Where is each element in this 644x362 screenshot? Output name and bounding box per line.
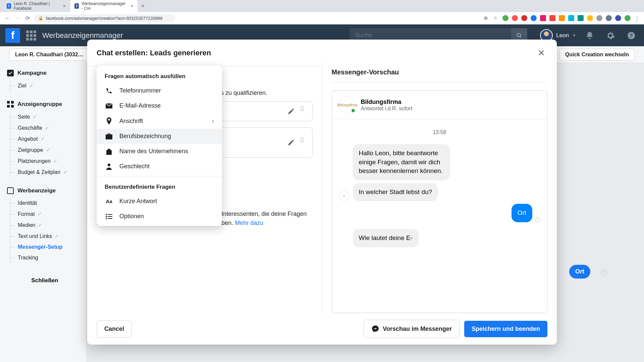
svg-point-10 [108,164,110,166]
svg-rect-5 [7,101,10,104]
close-button[interactable]: Schließen [7,273,83,288]
learn-more-link[interactable]: Mehr dazu [235,220,263,226]
modal-right-col: Messenger-Vorschau Bildungsfirma Bildung… [322,62,557,313]
online-dot-icon [351,108,356,113]
messenger-icon [371,325,379,333]
ext-icon[interactable] [540,15,546,21]
message-bubble: Wie lautet deine E- [353,229,419,247]
product-title: Werbeanzeigenmanager [42,31,123,40]
edit-icon[interactable] [287,108,295,115]
sidebar-item[interactable]: Tracking [10,252,83,263]
modal-title: Chat erstellen: Leads generieren [97,49,211,57]
ext-icon[interactable] [615,15,621,21]
sidebar-item[interactable]: Zielgruppe✓ [10,144,83,156]
popover-item-phone[interactable]: Telefonnummer [97,83,222,98]
check-icon: ✓ [38,211,42,217]
ext-icon[interactable] [578,15,584,21]
apps-grid-icon[interactable] [26,31,36,41]
ext-icon[interactable] [531,15,537,21]
modal-footer: Cancel Vorschau im Messenger Speichern u… [87,313,557,345]
sidebar-item-messenger-setup[interactable]: Messenger-Setup [10,242,83,252]
notifications-icon[interactable] [582,28,597,43]
browser-tab-2[interactable]: f Werbeanzeigenmanager - Cre × [70,0,138,13]
browser-tab-1[interactable]: f Leon R. Chaudhari | Facebook × [3,0,70,13]
sidebar-section-campaign[interactable]: Kampagne [7,69,83,77]
location-icon [105,117,113,125]
save-button[interactable]: Speichern und beenden [464,321,547,337]
message-row: Wie lautet deine E- [339,229,541,247]
forward-icon: → [14,15,21,21]
ext-icon[interactable] [512,15,518,21]
message-bubble: In welcher Stadt lebst du? [353,183,438,201]
popover-item-job[interactable]: Berufsbezeichnung [97,129,222,144]
check-icon: ✓ [38,222,42,228]
sidebar-item[interactable]: Medien✓ [10,220,83,231]
new-tab-button[interactable]: + [138,1,148,11]
drag-handle-icon[interactable]: ⠿ [300,108,306,115]
ad-icon [7,187,14,194]
help-icon[interactable]: ? [624,28,639,43]
popover-item-short-answer[interactable]: Aa Kurze Antwort [97,194,222,209]
ext-icon[interactable] [606,15,612,21]
search-icon [516,33,522,39]
close-tab-icon[interactable]: × [63,3,66,9]
sidebar-section-ad[interactable]: Werbeanzeige [7,187,83,194]
check-icon: ✓ [53,158,58,164]
ext-icon[interactable] [596,15,602,21]
sidebar-item[interactable]: Budget & Zeitplan✓ [10,167,83,178]
svg-rect-12 [108,214,112,215]
popover-item-gender[interactable]: Geschlecht [97,159,222,174]
preview-in-messenger-button[interactable]: Vorschau im Messenger [364,320,460,338]
building-icon [105,148,113,155]
lock-icon: 🔒 [38,16,43,20]
reload-icon[interactable]: ⟳ [24,15,31,21]
ext-icon[interactable] [587,15,593,21]
sidebar-item[interactable]: Angebot✓ [10,133,83,144]
seen-indicator-icon [535,217,540,222]
search-input[interactable] [350,32,511,39]
svg-rect-14 [108,216,112,217]
cancel-button[interactable]: Cancel [97,320,132,338]
ort-pill[interactable]: Ort [569,265,590,279]
brand-subtitle: Antwortet i.d.R. sofort [361,106,413,112]
messenger-preview: Bildungsfirma Bildungsfirma Antwortet i.… [332,90,548,313]
ext-icon[interactable] [568,15,574,21]
menu-icon[interactable]: ⋮ [634,15,640,21]
popover-item-company[interactable]: Name des Unternehmens [97,144,222,159]
sidebar-item[interactable]: Identität [10,198,83,208]
back-icon[interactable]: ← [4,15,11,21]
edit-icon[interactable] [287,139,295,146]
sidebar-item[interactable]: Seite✓ [10,111,83,122]
sidebar-item-ziel[interactable]: Ziel✓ [10,80,83,91]
brand-name: Bildungsfirma [361,99,413,106]
drag-handle-icon[interactable]: ⠿ [300,139,306,146]
account-selector[interactable]: Leon R. Chaudhari (3032… [9,49,89,61]
preview-title: Messenger-Vorschau [332,62,548,82]
quick-creation-button[interactable]: Quick Creation wechseln [559,49,635,61]
sidebar-item[interactable]: Format✓ [10,208,83,220]
zoom-icon[interactable]: ⊕ [484,15,490,21]
facebook-logo[interactable]: f [5,28,20,43]
address-bar[interactable]: 🔒 facebook.com/adsmanager/creation?act=3… [34,14,175,22]
popover-item-options[interactable]: Optionen [97,209,222,224]
ext-icon[interactable] [559,15,565,21]
settings-icon[interactable] [603,28,618,43]
sidebar-item[interactable]: Text und Links✓ [10,231,83,242]
sidebar-section-adset[interactable]: Anzeigengruppe [7,101,83,108]
ext-icon[interactable] [521,15,527,21]
sidebar-item[interactable]: Platzierungen✓ [10,156,83,167]
person-icon [105,163,113,170]
user-reply-bubble: Ort [512,204,532,222]
close-modal-button[interactable]: ✕ [535,47,547,59]
check-icon: ✓ [55,233,59,239]
ext-icon[interactable] [502,15,508,21]
profile-icon[interactable] [625,15,631,21]
ext-icon[interactable] [549,15,555,21]
sidebar-item[interactable]: Geschäfte✓ [10,122,83,133]
close-tab-icon[interactable]: × [131,3,133,9]
star-icon[interactable]: ☆ [493,15,499,21]
check-icon: ✓ [29,82,34,89]
brand-avatar-small: B [339,190,350,201]
popover-item-email[interactable]: E-Mail-Adresse [97,98,222,113]
popover-item-address[interactable]: Anschrift › [97,113,222,129]
